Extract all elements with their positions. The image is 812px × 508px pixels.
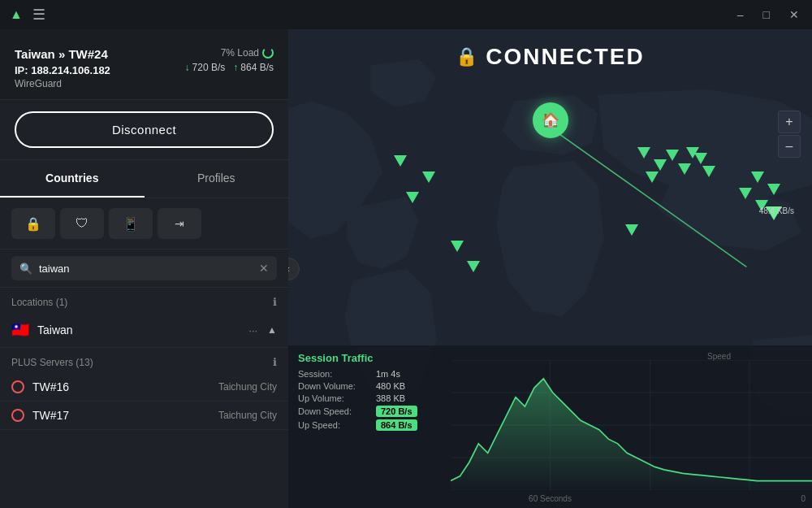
locations-info-icon[interactable]: ℹ [273, 296, 277, 308]
filter-p2p-button[interactable]: 📱 [109, 208, 153, 239]
server-triangle-asia1[interactable] [751, 172, 764, 183]
plus-servers-info-icon[interactable]: ℹ [273, 356, 277, 368]
connection-header: Taiwan » TW#24 IP: 188.214.106.182 WireG… [0, 29, 288, 100]
server-triangle-eu3[interactable] [666, 150, 679, 161]
conn-stats-row: Taiwan » TW#24 IP: 188.214.106.182 WireG… [15, 47, 274, 89]
connected-lock-icon: 🔒 [456, 46, 477, 67]
server-triangle-eu7[interactable] [686, 147, 699, 158]
search-icon: 🔍 [19, 263, 32, 275]
collapse-icon: ‹ [288, 263, 290, 275]
session-key: Session: [298, 369, 371, 379]
up-speed-key: Up Speed: [298, 420, 371, 430]
plus-servers-section-header: PLUS Servers (13) ℹ [0, 348, 288, 373]
app-logo-icon: ▲ [10, 7, 23, 22]
down-speed-key: Down Speed: [298, 406, 371, 416]
server-triangle-na2[interactable] [422, 172, 435, 183]
window-controls: – □ ✕ [734, 7, 802, 23]
down-vol-key: Down Volume: [298, 381, 371, 391]
filter-specialty-button[interactable]: ⇥ [158, 208, 201, 239]
server-item-tw16[interactable]: TW#16 Taichung City [0, 373, 288, 402]
connected-ip: IP: 188.214.106.182 [15, 64, 110, 76]
server-triangle-asia2[interactable] [767, 184, 780, 195]
upload-speed: ↑ 864 B/s [233, 62, 274, 73]
locations-section-header: Locations (1) ℹ [0, 288, 288, 313]
server-item-tw17[interactable]: TW#17 Taichung City [0, 402, 288, 430]
up-speed-val: 864 B/s [376, 419, 417, 431]
search-input[interactable] [39, 263, 259, 275]
connected-label: CONNECTED [486, 44, 644, 70]
country-item-taiwan[interactable]: 🇹🇼 Taiwan ··· ▲ [0, 313, 288, 348]
stat-row-upspeed: Up Speed: 864 B/s [298, 419, 417, 431]
maximize-button[interactable]: □ [760, 7, 773, 23]
stat-row-downspeed: Down Speed: 720 B/s [298, 406, 417, 417]
chart-x-zero: 0 [801, 494, 806, 503]
down-speed-val: 720 B/s [376, 406, 417, 417]
filter-row: 🔒 🛡 📱 ⇥ [0, 198, 288, 250]
minimize-button[interactable]: – [734, 7, 747, 23]
zoom-in-button[interactable]: + [778, 111, 801, 133]
home-node[interactable]: 🏠 [533, 102, 568, 138]
server-triangle-na3[interactable] [406, 192, 419, 203]
tw17-city: Taichung City [218, 410, 277, 421]
search-clear-icon[interactable]: ✕ [259, 262, 269, 275]
server-triangle-eu8[interactable] [646, 172, 659, 183]
server-triangle-eu4[interactable] [678, 163, 691, 175]
speed-chart-svg [451, 360, 812, 490]
tw16-name: TW#16 [32, 380, 218, 393]
map-controls: + – [778, 111, 801, 158]
left-panel: Taiwan » TW#24 IP: 188.214.106.182 WireG… [0, 29, 288, 508]
upload-arrow-icon: ↑ [233, 62, 238, 73]
chart-x-label: 60 Seconds [529, 494, 572, 503]
server-triangle-eu6[interactable] [702, 166, 715, 177]
up-vol-key: Up Volume: [298, 393, 371, 403]
titlebar: ▲ ☰ – □ ✕ [0, 0, 812, 29]
load-circle-icon [262, 47, 274, 59]
server-triangle-asia3[interactable] [739, 188, 752, 199]
country-list: Locations (1) ℹ 🇹🇼 Taiwan ··· ▲ PLUS Ser… [0, 288, 288, 508]
taiwan-more-icon[interactable]: ··· [245, 323, 261, 338]
server-triangle-sa1[interactable] [451, 241, 464, 252]
lock-filter-icon: 🔒 [25, 216, 41, 232]
server-triangle-eu2[interactable] [654, 159, 667, 171]
conn-info-left: Taiwan » TW#24 IP: 188.214.106.182 WireG… [15, 47, 110, 89]
disconnect-button[interactable]: Disconnect [15, 111, 274, 148]
download-speed: ↓ 720 B/s [185, 62, 226, 73]
speed-chart: Session Traffic Session: 1m 4s Down Volu… [288, 345, 812, 508]
zoom-out-button[interactable]: – [778, 135, 801, 158]
tw17-name: TW#17 [32, 409, 218, 422]
menu-icon[interactable]: ☰ [32, 6, 45, 24]
disconnect-wrap: Disconnect [0, 100, 288, 160]
connected-status: 🔒 CONNECTED [456, 44, 644, 70]
search-wrap: 🔍 ✕ [0, 250, 288, 288]
session-val: 1m 4s [376, 369, 400, 379]
up-vol-val: 388 KB [376, 393, 405, 403]
close-button[interactable]: ✕ [786, 7, 802, 23]
plus-servers-label: PLUS Servers (13) [11, 357, 93, 368]
down-vol-val: 480 KB [376, 381, 405, 391]
connected-server: Taiwan » TW#24 [15, 47, 110, 61]
kb-label: 48.4 KB/s [759, 206, 794, 215]
filter-all-button[interactable]: 🔒 [11, 208, 55, 239]
server-triangle-eu1[interactable] [637, 147, 650, 158]
server-triangle-sa2[interactable] [467, 261, 480, 272]
locations-label: Locations (1) [11, 297, 67, 308]
tw17-status-icon [11, 409, 24, 422]
taiwan-flag-icon: 🇹🇼 [11, 321, 29, 339]
server-triangle-af1[interactable] [625, 224, 638, 236]
tab-profiles[interactable]: Profiles [145, 160, 289, 198]
conn-stats-right: 7% Load ↓ 720 B/s ↑ 864 B/s [185, 47, 274, 73]
filter-shield-button[interactable]: 🛡 [60, 208, 104, 239]
session-traffic-label: Session Traffic [298, 352, 417, 364]
tw16-city: Taichung City [218, 381, 277, 393]
taiwan-chevron-icon[interactable]: ▲ [267, 324, 277, 336]
server-triangle-na1[interactable] [394, 155, 407, 167]
p2p-filter-icon: 📱 [123, 216, 139, 232]
tab-countries[interactable]: Countries [0, 160, 145, 198]
stat-row-session: Session: 1m 4s [298, 369, 417, 379]
specialty-filter-icon: ⇥ [175, 217, 184, 230]
tw16-status-icon [11, 380, 24, 393]
taiwan-name: Taiwan [37, 323, 245, 336]
tab-bar: Countries Profiles [0, 160, 288, 198]
shield-filter-icon: 🛡 [76, 216, 89, 231]
home-icon: 🏠 [542, 111, 559, 129]
